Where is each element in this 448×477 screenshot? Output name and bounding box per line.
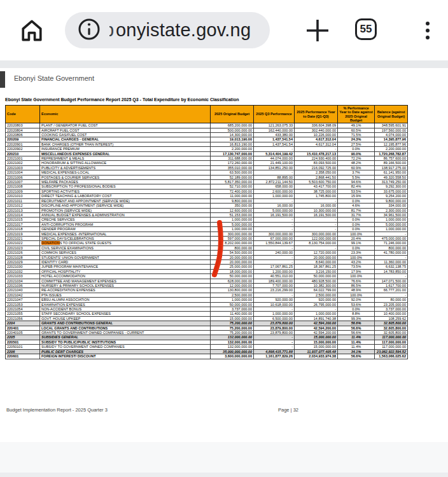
value-cell: 132,000,000.00: [211, 335, 254, 340]
value-cell: 23.3%: [338, 251, 375, 255]
table-row: 22020804AIRCRAFT FUEL COST500,000,000.00…: [6, 128, 408, 132]
value-cell: 34.1%: [338, 349, 375, 354]
value-cell: -: [295, 227, 338, 232]
table-row: 22021002HONORARIUM & SITTING ALLOWANCE17…: [6, 161, 408, 165]
table-row: 22021006POSTAGES & COURIER SERVICES52,18…: [6, 175, 408, 179]
value-cell: 17.9%: [338, 269, 375, 273]
value-cell: 1,161,877,829.26: [254, 354, 295, 359]
value-cell: 35,000,000,000.00: [211, 349, 254, 354]
value-cell: 80,000.00: [375, 298, 408, 302]
economic-cell: NON-ACCIDENT BONUS: [40, 307, 211, 312]
code-cell: 22021040: [6, 288, 40, 293]
value-cell: 121,263,075.33: [254, 123, 295, 128]
value-cell: 1,000,000.00: [211, 218, 254, 222]
url-bar[interactable]: b onyistate.gov.ng: [65, 12, 270, 48]
home-button[interactable]: [18, 17, 46, 45]
value-cell: 4,617,312.04: [295, 137, 338, 142]
value-cell: 2,358,050.00: [295, 170, 338, 175]
economic-cell: SUBSCRIPTION TO PROFESSIONAL BODIES: [40, 184, 211, 189]
table-row: 22021013PROMOTION (SERVICE WIDE)12,600,0…: [6, 208, 408, 212]
value-cell: -: [254, 335, 295, 340]
economic-cell: GOVT. HOUSE UPKEEP: [40, 316, 211, 321]
value-cell: 27.5%: [338, 142, 375, 146]
value-cell: 49,320,558.50: [375, 175, 408, 179]
value-cell: 300,000,000.00: [254, 232, 295, 236]
value-cell: 10,382,300.00: [295, 284, 338, 288]
table-header: CodeEconomic2025 Original Budget2025 Q3 …: [6, 106, 408, 123]
menu-button[interactable]: [415, 16, 440, 45]
value-cell: 130,800,000.00: [211, 288, 254, 293]
report-title: Ebonyi State Government Budget Performan…: [5, 97, 239, 102]
value-cell: 189,400,000.00: [254, 279, 295, 283]
value-cell: 75,200,000.00: [211, 321, 254, 326]
value-cell: 2,868,441.50: [295, 175, 338, 179]
code-cell: 2204: [6, 321, 40, 326]
code-cell: 22021003: [6, 165, 40, 170]
value-cell: 17,130,747,000.00: [211, 151, 254, 156]
value-cell: 8.8%: [338, 312, 375, 316]
value-cell: 23,216,299.00: [254, 288, 295, 293]
value-cell: 4.6%: [338, 204, 375, 208]
code-cell: 22020806: [6, 133, 40, 137]
value-cell: 99.1%: [338, 241, 375, 245]
page-info-icon[interactable]: [76, 17, 102, 45]
document-viewport[interactable]: Ebonyi State Government Ebonyi State Gov…: [0, 68, 448, 442]
value-cell: 355,010,000.00: [211, 165, 254, 170]
value-cell: 108,259.62: [375, 316, 408, 321]
code-cell: 220209: [6, 137, 40, 142]
value-cell: 302,440,000.00: [295, 128, 338, 132]
value-cell: 18,367,861.25: [295, 265, 338, 269]
value-cell: 1,563,066,025.62: [375, 354, 408, 359]
value-cell: -: [254, 198, 295, 203]
tab-switcher-button[interactable]: 55: [355, 18, 377, 40]
column-header: 2025 Q3 Performance: [254, 106, 295, 123]
table-row: 22021010DIRECT TEACHING & LABORATORY COS…: [6, 194, 408, 198]
value-cell: 20.4%: [338, 236, 375, 240]
value-cell: 1,745,800.00: [295, 194, 338, 198]
economic-cell: FOREIGN INTEREST/ DISCOUNT: [40, 354, 211, 359]
table-row: 220601FOREIGN INTEREST/ DISCOUNT3,600,00…: [6, 354, 408, 359]
value-cell: 49.1%: [338, 123, 375, 128]
value-cell: 72.2%: [338, 156, 375, 161]
value-cell: 32,605,800.00: [375, 321, 408, 326]
table-row: 22021047EBSU ALUMNI ASSOCIATION1,000,000…: [6, 298, 408, 302]
value-cell: 4,074,000.00: [375, 133, 408, 137]
value-cell: 44,074,000.00: [254, 156, 295, 161]
code-cell: 22050101: [6, 345, 40, 349]
value-cell: 15,000,000.00: [295, 335, 338, 340]
new-tab-button[interactable]: [304, 17, 331, 44]
value-cell: 53.5%: [338, 189, 375, 193]
value-cell: 1,550,844,139.67: [254, 241, 295, 245]
value-cell: 5.5%: [338, 175, 375, 179]
value-cell: 1,437,541.54: [254, 142, 295, 146]
value-cell: 920,000.00: [295, 298, 338, 302]
table-row: 22021026COMMON SERVICES54,500,000.00240,…: [6, 251, 408, 255]
value-cell: 17,067,861.25: [254, 265, 295, 269]
economic-cell: DONATIONS TO OFFICIAL STATE GUESTS: [40, 241, 211, 245]
value-cell: 56.6%: [338, 354, 375, 359]
code-cell: 22021056: [6, 316, 40, 321]
economic-cell: BANK CHARGES (OTHER THAN INTEREST): [40, 142, 211, 146]
value-cell: 23,879,800.00: [254, 331, 295, 335]
code-cell: 220501: [6, 340, 40, 344]
value-cell: 162,440,000.00: [254, 128, 295, 132]
value-cell: 14,783,850.00: [375, 269, 408, 273]
table-row: 22021032OFFICIAL HOSPITALITY18,000,000.0…: [6, 269, 408, 273]
value-cell: 1,000,000.00: [375, 218, 408, 222]
value-cell: 11,400,000.00: [211, 312, 254, 316]
value-cell: -: [254, 170, 295, 175]
value-cell: 313,749,250.00: [375, 180, 408, 184]
table-row: 22021008SUBSCRIPTION TO PROFESSIONAL BOD…: [6, 184, 408, 189]
value-cell: 147,071,500.00: [375, 279, 408, 283]
value-cell: 10,300,000.00: [295, 208, 338, 212]
value-cell: 0.0%: [338, 307, 375, 312]
value-cell: 53.6%: [338, 302, 375, 307]
code-cell: 220401: [6, 326, 40, 330]
code-cell: 22021007: [6, 180, 40, 184]
table-row: 22020806COOKING GAS/FUEL COST14,300,000.…: [6, 133, 408, 137]
value-cell: 2,034,933,974.38: [295, 354, 338, 359]
url-text: onyistate.gov.ng: [116, 20, 251, 41]
economic-cell: CIVIL SERVICE EXAMINATIONS: [40, 245, 211, 250]
value-cell: 100.0%: [338, 255, 375, 259]
value-cell: 38,725,000.00: [295, 189, 338, 193]
